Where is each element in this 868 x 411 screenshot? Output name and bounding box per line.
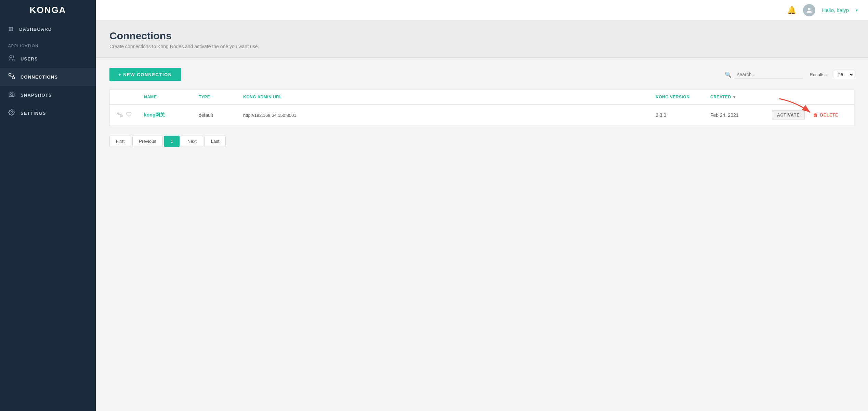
delete-button[interactable]: 🗑 DELETE [813, 112, 838, 118]
pagination-first[interactable]: First [109, 136, 131, 147]
header-right: 🔔 Hello, baiyp ▾ [787, 4, 858, 16]
connection-name[interactable]: kong网关 [144, 112, 199, 118]
connection-node-icon [117, 111, 123, 119]
app-logo: KONGA [30, 5, 66, 15]
svg-point-1 [10, 56, 12, 58]
sidebar-item-label: USERS [21, 56, 38, 61]
svg-rect-9 [120, 115, 122, 117]
sidebar-item-label: SNAPSHOTS [21, 93, 52, 98]
col-header-type: TYPE [199, 95, 243, 99]
sidebar-item-dashboard[interactable]: ⊞ DASHBOARD [0, 20, 96, 38]
pagination-next[interactable]: Next [181, 136, 203, 147]
header: KONGA 🔔 Hello, baiyp ▾ [0, 0, 868, 20]
sidebar-item-settings[interactable]: SETTINGS [0, 104, 96, 122]
pagination: First Previous 1 Next Last [109, 136, 854, 147]
pagination-last[interactable]: Last [205, 136, 226, 147]
col-header-url: KONG ADMIN URL [243, 95, 656, 99]
app-wrapper: ⊞ DASHBOARD APPLICATION USERS CONNECTION… [0, 0, 868, 411]
sort-icon: ▼ [733, 95, 736, 99]
svg-point-0 [808, 8, 810, 10]
users-icon [8, 55, 15, 63]
user-greeting[interactable]: Hello, baiyp [822, 7, 849, 13]
activate-cell: ACTIVATE [772, 110, 813, 120]
connection-version: 2.3.0 [656, 112, 710, 118]
sidebar-item-connections[interactable]: CONNECTIONS [0, 68, 96, 86]
sidebar-item-label: CONNECTIONS [21, 74, 58, 80]
main-content: Connections Create connections to Kong N… [96, 0, 868, 411]
sidebar-item-label: DASHBOARD [19, 27, 52, 32]
svg-point-6 [11, 112, 13, 113]
application-section-label: APPLICATION [0, 38, 96, 50]
sidebar-item-users[interactable]: USERS [0, 50, 96, 68]
toolbar: + NEW CONNECTION 🔍 Results : 25 50 100 [109, 68, 854, 81]
chevron-down-icon[interactable]: ▾ [856, 8, 858, 13]
table-header: NAME TYPE KONG ADMIN URL KONG VERSION CR… [110, 90, 854, 105]
content-area: + NEW CONNECTION 🔍 Results : 25 50 100 [96, 58, 868, 157]
page-subtitle: Create connections to Kong Nodes and act… [109, 44, 854, 49]
pagination-previous[interactable]: Previous [132, 136, 163, 147]
connection-created: Feb 24, 2021 [710, 112, 772, 118]
search-input[interactable] [734, 70, 803, 79]
new-connection-button[interactable]: + NEW CONNECTION [109, 68, 181, 81]
results-select[interactable]: 25 50 100 [834, 70, 854, 79]
col-header-delete [813, 95, 847, 99]
search-icon: 🔍 [725, 71, 732, 78]
results-label: Results : [810, 72, 827, 77]
svg-rect-8 [117, 112, 119, 114]
sidebar-logo-area: KONGA [0, 0, 96, 20]
col-header-created: CREATED ▼ [710, 95, 772, 99]
sidebar-item-label: SETTINGS [21, 111, 46, 116]
dashboard-icon: ⊞ [8, 25, 14, 33]
table-row-wrapper: kong网关 default http://192.168.64.150:800… [110, 105, 854, 126]
sidebar: ⊞ DASHBOARD APPLICATION USERS CONNECTION… [0, 0, 96, 411]
connections-table: NAME TYPE KONG ADMIN URL KONG VERSION CR… [109, 90, 854, 126]
page-header: Connections Create connections to Kong N… [96, 20, 868, 58]
trash-icon: 🗑 [813, 112, 818, 118]
sidebar-item-snapshots[interactable]: SNAPSHOTS [0, 86, 96, 104]
activate-button[interactable]: ACTIVATE [772, 110, 805, 120]
connections-icon [8, 73, 15, 81]
settings-icon [8, 109, 15, 118]
delete-cell: 🗑 DELETE [813, 112, 847, 118]
svg-rect-3 [12, 77, 15, 79]
col-header-version: KONG VERSION [656, 95, 710, 99]
svg-point-5 [11, 94, 13, 96]
col-header-icon [117, 95, 144, 99]
connection-type: default [199, 112, 243, 118]
snapshots-icon [8, 91, 15, 99]
table-row: kong网关 default http://192.168.64.150:800… [110, 105, 854, 126]
page-title: Connections [109, 30, 854, 42]
svg-rect-2 [9, 74, 11, 76]
pagination-page-1[interactable]: 1 [164, 136, 180, 147]
col-header-activate [772, 95, 813, 99]
notification-bell-icon[interactable]: 🔔 [787, 6, 796, 15]
row-icons [117, 111, 144, 119]
col-header-name: NAME [144, 95, 199, 99]
delete-label: DELETE [820, 113, 838, 118]
toolbar-right: 🔍 Results : 25 50 100 [725, 70, 854, 79]
connection-url: http://192.168.64.150:8001 [243, 113, 656, 118]
avatar [803, 4, 815, 16]
search-wrapper: 🔍 [725, 70, 803, 79]
favorite-icon[interactable] [126, 112, 132, 119]
